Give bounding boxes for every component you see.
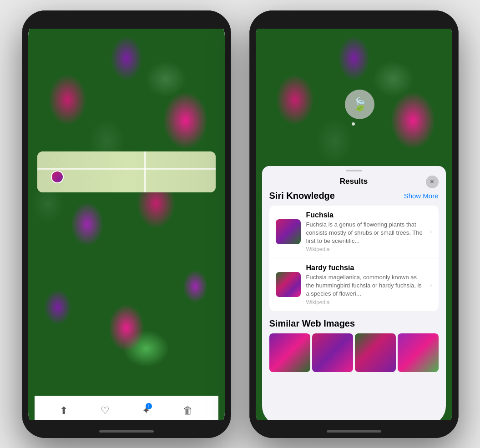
results-title: Results	[340, 177, 368, 186]
photo-toolbar: ⬆ ♡ ✦ i 🗑	[35, 396, 218, 425]
similar-images-section: Similar Web Images	[269, 318, 439, 372]
fuchsia-item[interactable]: Fuchsia Fuchsia is a genus of flowering …	[269, 206, 439, 259]
map-thumbnail[interactable]	[37, 151, 216, 192]
left-phone-screen: Add a Caption 🍃 Look Up – Plant › Monday…	[28, 17, 225, 432]
photo-dot-1	[122, 420, 125, 423]
right-phone: 🍃 Results ✕ Siri Knowledge	[249, 10, 459, 438]
similar-images-title: Similar Web Images	[269, 318, 439, 329]
hardy-source: Wikipedia	[306, 299, 426, 306]
delete-button[interactable]: 🗑	[183, 405, 193, 417]
fuchsia-name: Fuchsia	[306, 211, 426, 219]
siri-dot	[352, 122, 355, 126]
hardy-chevron: ›	[430, 281, 432, 288]
results-header: Results ✕	[262, 173, 446, 191]
map-pin	[51, 171, 64, 183]
siri-knowledge-header: Siri Knowledge Show More	[269, 191, 439, 201]
photo-dot-2	[128, 420, 131, 423]
favorite-button[interactable]: ♡	[101, 405, 110, 417]
fuchsia-chevron: ›	[430, 228, 432, 235]
info-badge: i	[146, 403, 152, 409]
hardy-name: Hardy fuchsia	[306, 264, 426, 272]
fuchsia-desc: Fuchsia is a genus of flowering plants t…	[306, 221, 426, 246]
photo-dot-right-1	[438, 422, 441, 425]
results-content: Siri Knowledge Show More Fuchsia Fuchsia…	[262, 191, 446, 372]
similar-image-1[interactable]	[269, 333, 310, 372]
share-icon: ⬆	[60, 405, 68, 416]
similar-images-grid	[269, 333, 439, 372]
similar-image-2[interactable]	[312, 333, 353, 372]
sheet-handle[interactable]	[346, 170, 362, 171]
hardy-desc: Fuchsia magellanica, commonly known as t…	[306, 273, 426, 298]
results-sheet: Results ✕ Siri Knowledge Show More	[262, 166, 446, 425]
fuchsia-source: Wikipedia	[306, 246, 426, 252]
knowledge-card: Fuchsia Fuchsia is a genus of flowering …	[269, 206, 439, 311]
notch-right	[324, 15, 384, 28]
trash-icon: 🗑	[183, 405, 193, 416]
siri-lookup-bubble[interactable]: 🍃	[345, 90, 374, 119]
notch	[97, 15, 156, 28]
hardy-text: Hardy fuchsia Fuchsia magellanica, commo…	[306, 264, 426, 306]
info-button[interactable]: ✦ i	[142, 405, 150, 417]
hardy-thumbnail	[276, 272, 301, 297]
close-icon: ✕	[429, 178, 435, 185]
similar-image-3[interactable]	[355, 333, 396, 372]
similar-image-4[interactable]	[398, 333, 439, 372]
heart-icon: ♡	[101, 405, 110, 416]
home-bar[interactable]	[99, 430, 154, 433]
home-bar-right[interactable]	[327, 430, 381, 433]
left-phone: Add a Caption 🍃 Look Up – Plant › Monday…	[22, 10, 231, 438]
results-close-button[interactable]: ✕	[426, 176, 439, 188]
right-phone-screen: 🍃 Results ✕ Siri Knowledge	[256, 17, 452, 432]
fuchsia-thumbnail	[276, 219, 301, 244]
show-more-button[interactable]: Show More	[404, 192, 439, 200]
hardy-fuchsia-item[interactable]: Hardy fuchsia Fuchsia magellanica, commo…	[269, 258, 439, 311]
siri-knowledge-title: Siri Knowledge	[269, 191, 335, 201]
fuchsia-text: Fuchsia Fuchsia is a genus of flowering …	[306, 211, 426, 253]
share-button[interactable]: ⬆	[60, 405, 68, 417]
